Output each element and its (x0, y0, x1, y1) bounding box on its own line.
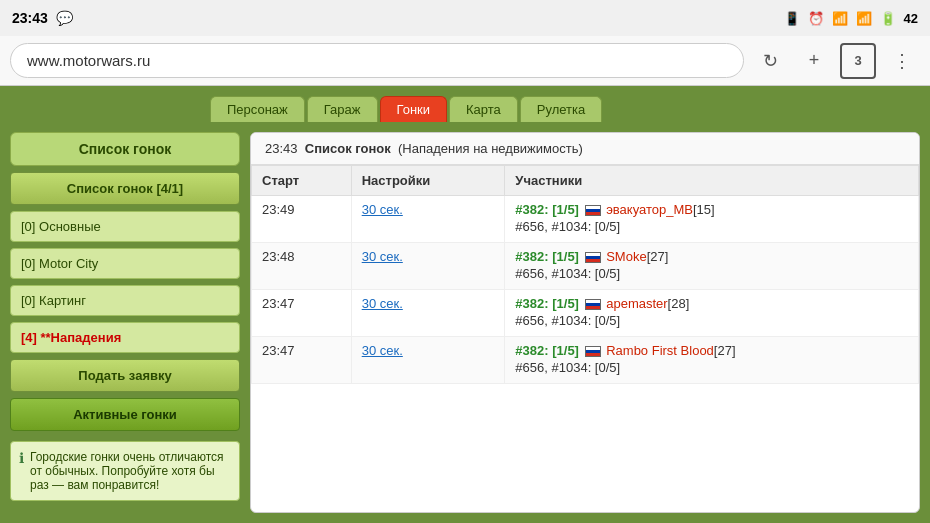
signal-icon: 📶 (856, 11, 872, 26)
menu-item-osnovnye[interactable]: [0] Основные (10, 211, 240, 242)
main-content: Список гонок Список гонок [4/1] [0] Осно… (0, 122, 930, 523)
phone-icon: 📱 (784, 11, 800, 26)
info-icon: ℹ (19, 450, 24, 492)
menu-item-label: **Нападения (41, 330, 122, 345)
info-box: ℹ Городские гонки очень отличаются от об… (10, 441, 240, 501)
settings-link[interactable]: 30 сек. (351, 337, 505, 384)
menu-item-prefix: [4] (21, 330, 41, 345)
menu-button[interactable]: ⋮ (884, 43, 920, 79)
participants: #382: [1/5] apemaster[28] #656, #1034: [… (505, 290, 919, 337)
col-settings: Настройки (351, 166, 505, 196)
start-time: 23:49 (252, 196, 352, 243)
url-input[interactable] (10, 43, 744, 78)
start-time: 23:47 (252, 337, 352, 384)
menu-item-label: Motor City (39, 256, 98, 271)
panel-title: Список гонок (10, 132, 240, 166)
menu-item-prefix: [0] (21, 256, 39, 271)
menu-item-label: Картинг (39, 293, 86, 308)
participants: #382: [1/5] Rambo First Blood[27] #656, … (505, 337, 919, 384)
header-title: Список гонок (305, 141, 391, 156)
tab-karta[interactable]: Карта (449, 96, 518, 122)
tab-gonki[interactable]: Гонки (380, 96, 448, 122)
menu-item-prefix: [0] (21, 219, 39, 234)
status-right: 📱 ⏰ 📶 📶 🔋 42 (784, 11, 918, 26)
participants: #382: [1/5] эвакуатор_MB[15] #656, #1034… (505, 196, 919, 243)
tab-ruletka[interactable]: Рулетка (520, 96, 602, 122)
messenger-icon: 💬 (56, 10, 73, 26)
tab-personazh[interactable]: Персонаж (210, 96, 305, 122)
menu-item-label: Основные (39, 219, 101, 234)
table-row: 23:47 30 сек. #382: [1/5] Rambo First Bl… (252, 337, 919, 384)
header-time: 23:43 (265, 141, 298, 156)
start-time: 23:47 (252, 290, 352, 337)
settings-link[interactable]: 30 сек. (351, 196, 505, 243)
battery-icon: 🔋 (880, 11, 896, 26)
alarm-icon: ⏰ (808, 11, 824, 26)
table-row: 23:48 30 сек. #382: [1/5] SMoke[27] #656… (252, 243, 919, 290)
battery-level: 42 (904, 11, 918, 26)
info-text: Городские гонки очень отличаются от обыч… (30, 450, 231, 492)
left-panel: Список гонок Список гонок [4/1] [0] Осно… (10, 132, 240, 513)
nav-tabs: Персонаж Гараж Гонки Карта Рулетка (200, 86, 930, 122)
participants: #382: [1/5] SMoke[27] #656, #1034: [0/5] (505, 243, 919, 290)
list-main-button[interactable]: Список гонок [4/1] (10, 172, 240, 205)
settings-link[interactable]: 30 сек. (351, 290, 505, 337)
submit-button[interactable]: Подать заявку (10, 359, 240, 392)
status-bar: 23:43 💬 📱 ⏰ 📶 📶 🔋 42 (0, 0, 930, 36)
table-row: 23:47 30 сек. #382: [1/5] apemaster[28] … (252, 290, 919, 337)
menu-item-prefix: [0] (21, 293, 39, 308)
active-races-button[interactable]: Активные гонки (10, 398, 240, 431)
right-panel: 23:43 Список гонок (Нападения на недвижи… (250, 132, 920, 513)
right-header: 23:43 Список гонок (Нападения на недвижи… (251, 133, 919, 165)
races-table: Старт Настройки Участники 23:49 30 сек. … (251, 165, 919, 384)
settings-link[interactable]: 30 сек. (351, 243, 505, 290)
start-time: 23:48 (252, 243, 352, 290)
table-row: 23:49 30 сек. #382: [1/5] эвакуатор_MB[1… (252, 196, 919, 243)
menu-item-motor-city[interactable]: [0] Motor City (10, 248, 240, 279)
menu-item-napadeniya[interactable]: [4] **Нападения (10, 322, 240, 353)
wifi-icon: 📶 (832, 11, 848, 26)
header-sub: (Нападения на недвижимость) (398, 141, 583, 156)
reload-button[interactable]: ↻ (752, 43, 788, 79)
browser-bar: ↻ + 3 ⋮ (0, 36, 930, 86)
time-display: 23:43 (12, 10, 48, 26)
col-participants: Участники (505, 166, 919, 196)
status-left: 23:43 💬 (12, 10, 73, 26)
game-area: Персонаж Гараж Гонки Карта Рулетка Списо… (0, 86, 930, 523)
new-tab-button[interactable]: + (796, 43, 832, 79)
tab-count[interactable]: 3 (840, 43, 876, 79)
tab-garazh[interactable]: Гараж (307, 96, 378, 122)
col-start: Старт (252, 166, 352, 196)
menu-item-karting[interactable]: [0] Картинг (10, 285, 240, 316)
